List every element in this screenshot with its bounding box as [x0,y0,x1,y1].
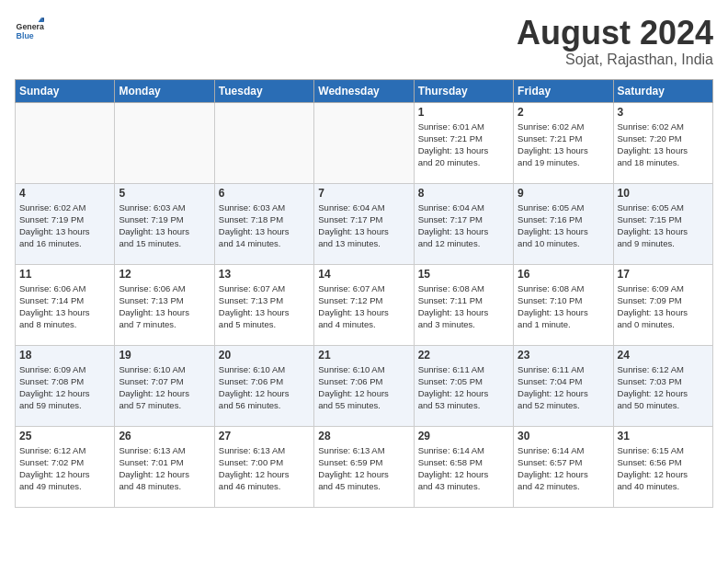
calendar-day-cell [314,102,414,183]
calendar-day-cell: 20Sunrise: 6:10 AMSunset: 7:06 PMDayligh… [214,345,313,426]
day-info: Sunrise: 6:02 AMSunset: 7:19 PMDaylight:… [19,201,110,250]
calendar-day-cell: 19Sunrise: 6:10 AMSunset: 7:07 PMDayligh… [115,345,214,426]
day-number: 27 [219,430,310,442]
calendar-day-cell [214,102,313,183]
calendar-day-cell: 18Sunrise: 6:09 AMSunset: 7:08 PMDayligh… [16,345,115,426]
title-block: August 2024 Sojat, Rajasthan, India [517,15,713,68]
day-info: Sunrise: 6:08 AMSunset: 7:10 PMDaylight:… [518,282,609,331]
day-info: Sunrise: 6:05 AMSunset: 7:16 PMDaylight:… [518,201,609,250]
calendar-day-cell: 22Sunrise: 6:11 AMSunset: 7:05 PMDayligh… [414,345,513,426]
month-year-title: August 2024 [517,15,713,52]
day-info: Sunrise: 6:10 AMSunset: 7:06 PMDaylight:… [318,363,409,412]
day-info: Sunrise: 6:13 AMSunset: 6:59 PMDaylight:… [318,444,409,493]
calendar-day-cell: 11Sunrise: 6:06 AMSunset: 7:14 PMDayligh… [16,264,115,345]
calendar-day-cell: 25Sunrise: 6:12 AMSunset: 7:02 PMDayligh… [16,426,115,507]
calendar-week-row: 18Sunrise: 6:09 AMSunset: 7:08 PMDayligh… [16,345,713,426]
calendar-day-cell: 27Sunrise: 6:13 AMSunset: 7:00 PMDayligh… [214,426,313,507]
day-number: 28 [318,430,409,442]
calendar-day-cell: 7Sunrise: 6:04 AMSunset: 7:17 PMDaylight… [314,183,414,264]
calendar-day-cell: 15Sunrise: 6:08 AMSunset: 7:11 PMDayligh… [414,264,513,345]
day-info: Sunrise: 6:01 AMSunset: 7:21 PMDaylight:… [418,121,509,169]
day-info: Sunrise: 6:14 AMSunset: 6:57 PMDaylight:… [518,444,609,493]
day-number: 23 [518,349,609,362]
day-number: 22 [418,349,509,362]
day-number: 30 [518,430,609,442]
day-info: Sunrise: 6:12 AMSunset: 7:03 PMDaylight:… [618,363,709,412]
logo: General Blue [15,15,44,44]
day-number: 6 [219,187,310,200]
day-info: Sunrise: 6:07 AMSunset: 7:13 PMDaylight:… [219,282,310,331]
day-info: Sunrise: 6:05 AMSunset: 7:15 PMDaylight:… [618,201,709,250]
day-info: Sunrise: 6:10 AMSunset: 7:06 PMDaylight:… [219,363,310,412]
svg-text:Blue: Blue [17,31,34,40]
logo-icon: General Blue [15,15,44,44]
day-number: 29 [418,430,509,442]
day-number: 10 [618,187,709,200]
calendar-day-cell: 28Sunrise: 6:13 AMSunset: 6:59 PMDayligh… [314,426,414,507]
day-number: 8 [418,187,509,200]
day-info: Sunrise: 6:03 AMSunset: 7:18 PMDaylight:… [219,201,310,250]
calendar-day-cell: 6Sunrise: 6:03 AMSunset: 7:18 PMDaylight… [214,183,313,264]
calendar-week-row: 4Sunrise: 6:02 AMSunset: 7:19 PMDaylight… [16,183,713,264]
day-info: Sunrise: 6:02 AMSunset: 7:21 PMDaylight:… [518,121,609,169]
day-number: 2 [518,106,609,119]
day-info: Sunrise: 6:09 AMSunset: 7:09 PMDaylight:… [618,282,709,331]
day-of-week-header: Friday [514,79,613,102]
day-number: 5 [119,187,210,200]
calendar-day-cell: 14Sunrise: 6:07 AMSunset: 7:12 PMDayligh… [314,264,414,345]
calendar-day-cell: 1Sunrise: 6:01 AMSunset: 7:21 PMDaylight… [414,102,513,183]
calendar-day-cell: 31Sunrise: 6:15 AMSunset: 6:56 PMDayligh… [613,426,712,507]
day-info: Sunrise: 6:14 AMSunset: 6:58 PMDaylight:… [418,444,509,493]
day-number: 4 [19,187,110,200]
day-of-week-header: Sunday [16,79,115,102]
page-header: General Blue August 2024 Sojat, Rajastha… [15,15,713,68]
day-number: 24 [618,349,709,362]
day-number: 1 [418,106,509,119]
calendar-day-cell: 17Sunrise: 6:09 AMSunset: 7:09 PMDayligh… [613,264,712,345]
day-number: 7 [318,187,409,200]
day-number: 20 [219,349,310,362]
calendar-day-cell: 24Sunrise: 6:12 AMSunset: 7:03 PMDayligh… [613,345,712,426]
day-number: 31 [618,430,709,442]
day-info: Sunrise: 6:03 AMSunset: 7:19 PMDaylight:… [119,201,210,250]
day-number: 16 [518,268,609,281]
day-info: Sunrise: 6:15 AMSunset: 6:56 PMDaylight:… [618,444,709,493]
calendar-day-cell: 3Sunrise: 6:02 AMSunset: 7:20 PMDaylight… [613,102,712,183]
day-number: 3 [618,106,709,119]
day-info: Sunrise: 6:13 AMSunset: 7:00 PMDaylight:… [219,444,310,493]
calendar-day-cell [115,102,214,183]
day-of-week-header: Tuesday [214,79,313,102]
calendar-day-cell [16,102,115,183]
day-number: 13 [219,268,310,281]
calendar-day-cell: 23Sunrise: 6:11 AMSunset: 7:04 PMDayligh… [514,345,613,426]
day-number: 11 [19,268,110,281]
day-info: Sunrise: 6:06 AMSunset: 7:13 PMDaylight:… [119,282,210,331]
day-info: Sunrise: 6:07 AMSunset: 7:12 PMDaylight:… [318,282,409,331]
svg-text:General: General [17,22,44,31]
day-number: 25 [19,430,110,442]
day-number: 12 [119,268,210,281]
day-of-week-header: Wednesday [314,79,414,102]
day-info: Sunrise: 6:04 AMSunset: 7:17 PMDaylight:… [318,201,409,250]
day-info: Sunrise: 6:11 AMSunset: 7:05 PMDaylight:… [418,363,509,412]
day-number: 21 [318,349,409,362]
day-info: Sunrise: 6:13 AMSunset: 7:01 PMDaylight:… [119,444,210,493]
day-of-week-header: Saturday [613,79,712,102]
calendar-day-cell: 9Sunrise: 6:05 AMSunset: 7:16 PMDaylight… [514,183,613,264]
day-number: 9 [518,187,609,200]
calendar-header-row: SundayMondayTuesdayWednesdayThursdayFrid… [16,79,713,102]
day-info: Sunrise: 6:06 AMSunset: 7:14 PMDaylight:… [19,282,110,331]
day-number: 17 [618,268,709,281]
day-info: Sunrise: 6:11 AMSunset: 7:04 PMDaylight:… [518,363,609,412]
calendar-week-row: 11Sunrise: 6:06 AMSunset: 7:14 PMDayligh… [16,264,713,345]
day-info: Sunrise: 6:04 AMSunset: 7:17 PMDaylight:… [418,201,509,250]
day-info: Sunrise: 6:10 AMSunset: 7:07 PMDaylight:… [119,363,210,412]
calendar-day-cell: 12Sunrise: 6:06 AMSunset: 7:13 PMDayligh… [115,264,214,345]
calendar-day-cell: 13Sunrise: 6:07 AMSunset: 7:13 PMDayligh… [214,264,313,345]
day-number: 14 [318,268,409,281]
day-number: 19 [119,349,210,362]
calendar-day-cell: 29Sunrise: 6:14 AMSunset: 6:58 PMDayligh… [414,426,513,507]
calendar-day-cell: 5Sunrise: 6:03 AMSunset: 7:19 PMDaylight… [115,183,214,264]
day-of-week-header: Thursday [414,79,513,102]
day-info: Sunrise: 6:12 AMSunset: 7:02 PMDaylight:… [19,444,110,493]
